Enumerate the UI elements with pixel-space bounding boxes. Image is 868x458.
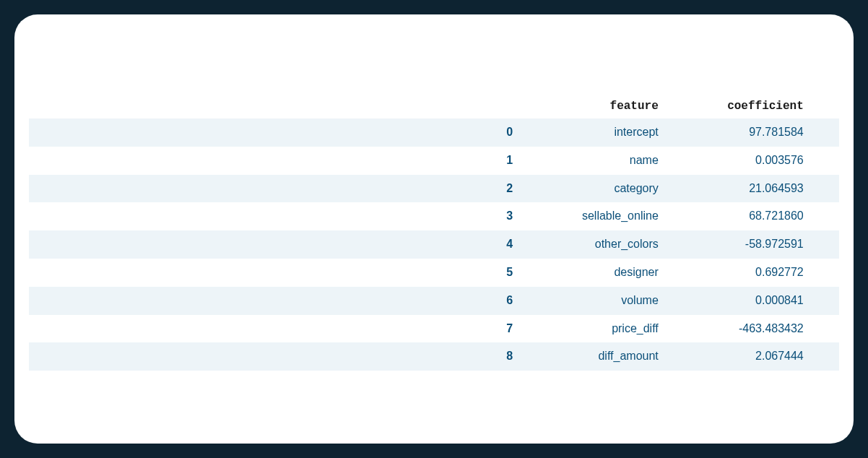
row-spacer xyxy=(812,230,839,259)
row-index: 4 xyxy=(29,230,521,259)
row-coefficient: 0.692772 xyxy=(667,259,812,287)
table-row: 1name0.003576 xyxy=(29,147,839,175)
row-coefficient: 21.064593 xyxy=(667,175,812,203)
table-row: 2category21.064593 xyxy=(29,175,839,203)
row-index: 6 xyxy=(29,287,521,315)
row-feature: price_diff xyxy=(521,315,667,343)
row-coefficient: 68.721860 xyxy=(667,202,812,230)
table-body: 0intercept97.7815841name0.0035762categor… xyxy=(29,118,839,371)
row-coefficient: -58.972591 xyxy=(667,230,812,259)
row-feature: volume xyxy=(521,287,667,315)
row-spacer xyxy=(812,175,839,203)
row-spacer xyxy=(812,315,839,343)
row-index: 0 xyxy=(29,118,521,147)
row-feature: category xyxy=(521,175,667,203)
coefficients-table: feature coefficient 0intercept97.7815841… xyxy=(29,94,839,371)
row-feature: sellable_online xyxy=(521,202,667,230)
row-feature: other_colors xyxy=(521,230,667,259)
row-feature: diff_amount xyxy=(521,342,667,371)
table-row: 8diff_amount2.067444 xyxy=(29,342,839,371)
table-row: 0intercept97.781584 xyxy=(29,118,839,147)
header-coefficient: coefficient xyxy=(667,94,812,118)
header-feature: feature xyxy=(521,94,667,118)
row-feature: name xyxy=(521,147,667,175)
row-index: 7 xyxy=(29,315,521,343)
row-index: 1 xyxy=(29,147,521,175)
row-feature: designer xyxy=(521,259,667,287)
row-spacer xyxy=(812,259,839,287)
row-spacer xyxy=(812,118,839,147)
row-index: 8 xyxy=(29,342,521,371)
row-coefficient: -463.483432 xyxy=(667,315,812,343)
table-row: 3sellable_online68.721860 xyxy=(29,202,839,230)
table-header-row: feature coefficient xyxy=(29,94,839,118)
card-container: feature coefficient 0intercept97.7815841… xyxy=(14,14,854,444)
row-coefficient: 97.781584 xyxy=(667,118,812,147)
table-row: 6volume0.000841 xyxy=(29,287,839,315)
row-spacer xyxy=(812,147,839,175)
header-index xyxy=(29,94,521,118)
row-index: 2 xyxy=(29,175,521,203)
row-coefficient: 0.003576 xyxy=(667,147,812,175)
header-spacer xyxy=(812,94,839,118)
table-row: 7price_diff-463.483432 xyxy=(29,315,839,343)
row-index: 3 xyxy=(29,202,521,230)
row-feature: intercept xyxy=(521,118,667,147)
row-index: 5 xyxy=(29,259,521,287)
table-row: 5designer0.692772 xyxy=(29,259,839,287)
table-row: 4other_colors-58.972591 xyxy=(29,230,839,259)
row-coefficient: 0.000841 xyxy=(667,287,812,315)
row-spacer xyxy=(812,202,839,230)
row-spacer xyxy=(812,342,839,371)
row-spacer xyxy=(812,287,839,315)
row-coefficient: 2.067444 xyxy=(667,342,812,371)
